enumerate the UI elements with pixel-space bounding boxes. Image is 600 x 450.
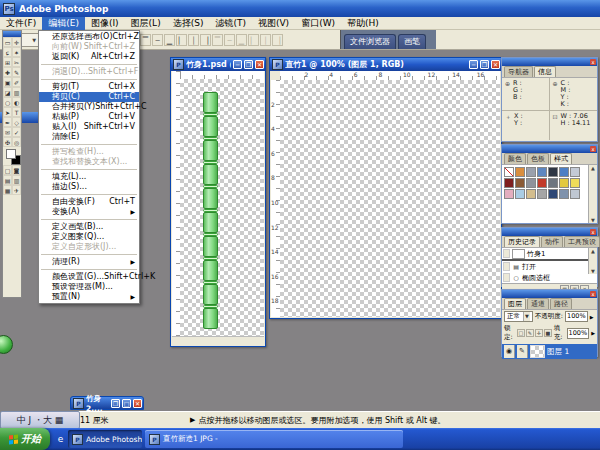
style-swatch[interactable] xyxy=(548,167,558,177)
history-tab-动作[interactable]: 动作 xyxy=(541,236,563,247)
doc2-titlebar[interactable]: P 直竹1 @ 100% (图层 1, RGB) ─ ❐ ✕ xyxy=(270,58,501,71)
align-right-icon[interactable]: ▕ xyxy=(200,34,211,46)
style-swatch[interactable] xyxy=(504,178,514,188)
doc1-close-button[interactable]: ✕ xyxy=(255,60,264,69)
opacity-value[interactable]: 100% xyxy=(565,311,588,322)
document-window-zhushen1[interactable]: P 竹身1.psd @ ... ─ ❐ ✕ xyxy=(170,57,266,347)
edit-menu-item-clear[interactable]: 清除(E) xyxy=(39,132,139,142)
document-size-indicator[interactable]: 11 厘米 xyxy=(80,415,190,426)
history-tab-工具预设[interactable]: 工具预设 xyxy=(564,236,600,247)
info-tab-信息[interactable]: 信息 xyxy=(534,66,556,77)
styles-scrollbar[interactable]: ▲▼ xyxy=(588,165,597,223)
palette-well-tab-0[interactable]: 文件浏览器 xyxy=(344,34,396,49)
layers-palette-titlebar[interactable]: x xyxy=(502,290,597,298)
menubar-item-file[interactable]: 文件(F) xyxy=(0,17,42,30)
doc2-close-button[interactable]: ✕ xyxy=(491,60,500,69)
crop-tool[interactable]: ⊞ xyxy=(3,57,12,67)
scroll-up-icon[interactable]: ▲ xyxy=(591,165,595,171)
clone-stamp-tool[interactable]: ▣ xyxy=(3,77,12,87)
doc2-restore-button[interactable]: ❐ xyxy=(480,60,489,69)
styles-tab-颜色[interactable]: 颜色 xyxy=(504,153,526,164)
styles-palette-titlebar[interactable]: x xyxy=(502,145,597,153)
menubar-item-window[interactable]: 窗口(W) xyxy=(295,17,341,30)
doc2-minimize-button[interactable]: ─ xyxy=(469,60,478,69)
style-swatch[interactable] xyxy=(537,178,547,188)
gradient-tool[interactable]: ▥ xyxy=(12,87,21,97)
edit-menu-item-paste[interactable]: 粘贴(P)Ctrl+V xyxy=(39,112,139,122)
healing-brush-tool[interactable]: ✚ xyxy=(3,67,12,77)
minimized-document-window[interactable]: P 竹身2.... ❐ □ ✕ xyxy=(70,396,144,410)
style-swatch[interactable] xyxy=(570,167,580,177)
info-tab-导航器[interactable]: 导航器 xyxy=(504,66,533,77)
brush-tool[interactable]: ✎ xyxy=(12,67,21,77)
close-icon[interactable]: x xyxy=(590,291,596,297)
style-swatch[interactable] xyxy=(559,178,569,188)
style-swatch[interactable] xyxy=(515,189,525,199)
move-tool[interactable]: ✛ xyxy=(12,37,21,47)
magic-wand-tool[interactable]: ✶ xyxy=(12,47,21,57)
palette-well-tab-1[interactable]: 画笔 xyxy=(398,34,426,49)
minwin-maximize-button[interactable]: □ xyxy=(122,399,131,408)
style-swatch[interactable] xyxy=(504,189,514,199)
quick-mask-button[interactable]: ◙ xyxy=(12,165,21,175)
doc1-titlebar[interactable]: P 竹身1.psd @ ... ─ ❐ ✕ xyxy=(171,58,265,71)
edit-menu-item-purge[interactable]: 清理(R)▶ xyxy=(39,257,139,267)
style-swatch[interactable] xyxy=(537,167,547,177)
history-brush-gutter[interactable] xyxy=(503,273,510,282)
slider-arrow-icon[interactable]: ▶ xyxy=(591,330,595,336)
eraser-tool[interactable]: ◪ xyxy=(3,87,12,97)
edit-menu-item-step-backward[interactable]: 返回(K)Alt+Ctrl+Z xyxy=(39,52,139,62)
menubar-item-help[interactable]: 帮助(H) xyxy=(341,17,385,30)
style-swatch[interactable] xyxy=(548,178,558,188)
menubar-item-edit[interactable]: 编辑(E) xyxy=(42,17,85,30)
align-left-icon[interactable]: ▏ xyxy=(176,34,187,46)
slice-tool[interactable]: ✂ xyxy=(12,57,21,67)
app-titlebar[interactable]: Ps Adobe Photoshop xyxy=(0,0,600,17)
edit-menu-item-preferences[interactable]: 预置(N)▶ xyxy=(39,292,139,302)
path-selection-tool[interactable]: ➤ xyxy=(3,107,12,117)
edit-menu-item-free-transform[interactable]: 自由变换(F)Ctrl+T xyxy=(39,197,139,207)
lasso-tool[interactable]: ɕ xyxy=(3,47,12,57)
lock-button-0[interactable]: □ xyxy=(517,329,525,337)
document-window-zhizhu1[interactable]: P 直竹1 @ 100% (图层 1, RGB) ─ ❐ ✕ 246810121… xyxy=(269,57,502,319)
screen-mode-button[interactable]: ▤ xyxy=(3,175,12,185)
hand-tool[interactable]: ✠ xyxy=(3,137,12,147)
foreground-color-swatch[interactable] xyxy=(6,149,16,159)
style-swatch[interactable] xyxy=(559,189,569,199)
style-swatch[interactable] xyxy=(559,167,569,177)
fullscreen-black-button[interactable]: ▦ xyxy=(3,185,12,195)
doc2-canvas[interactable] xyxy=(280,80,500,317)
history-step-row[interactable]: ○椭圆选框 xyxy=(502,272,597,283)
scroll-up-icon[interactable]: ▲ xyxy=(591,248,595,254)
style-swatch[interactable] xyxy=(526,189,536,199)
styles-tab-样式[interactable]: 样式 xyxy=(550,153,572,164)
history-snapshot-row[interactable]: 竹身1 xyxy=(502,248,597,259)
align-vcenter-icon[interactable]: ─ xyxy=(152,34,163,46)
history-brush-tool[interactable]: ✐ xyxy=(12,77,21,87)
doc1-canvas[interactable] xyxy=(180,79,264,337)
rectangular-marquee-tool[interactable]: ▭ xyxy=(3,37,12,47)
history-step-row[interactable]: ▤打开 xyxy=(502,261,597,272)
layers-tab-路径[interactable]: 路径 xyxy=(550,298,572,309)
styles-tab-色板[interactable]: 色板 xyxy=(527,153,549,164)
info-palette-titlebar[interactable]: x xyxy=(502,58,597,66)
align-top-icon[interactable]: ▔ xyxy=(140,34,151,46)
menubar-item-image[interactable]: 图像(I) xyxy=(85,17,125,30)
ime-toolbar[interactable]: 中 J ・大 ▦ xyxy=(0,411,80,429)
style-swatch[interactable] xyxy=(548,189,558,199)
history-palette-titlebar[interactable]: x xyxy=(502,228,597,236)
style-swatch[interactable] xyxy=(537,189,547,199)
style-swatch[interactable] xyxy=(526,167,536,177)
scroll-down-icon[interactable]: ▼ xyxy=(591,217,595,223)
edit-menu-item-preset-manager[interactable]: 预设管理器(M)... xyxy=(39,282,139,292)
edit-menu-item-copy[interactable]: 拷贝(C)Ctrl+C xyxy=(39,92,139,102)
standard-mode-button[interactable]: ▢ xyxy=(3,165,12,175)
history-tab-历史记录[interactable]: 历史记录 xyxy=(504,236,540,247)
task-adobe-photoshop[interactable]: PAdobe Photoshop xyxy=(68,430,142,448)
type-tool[interactable]: T xyxy=(12,107,21,117)
layers-tab-通道[interactable]: 通道 xyxy=(527,298,549,309)
menubar-item-view[interactable]: 视图(V) xyxy=(252,17,295,30)
style-none-swatch[interactable] xyxy=(504,167,514,177)
doc1-minimize-button[interactable]: ─ xyxy=(233,60,242,69)
menubar-item-layer[interactable]: 图层(L) xyxy=(125,17,167,30)
